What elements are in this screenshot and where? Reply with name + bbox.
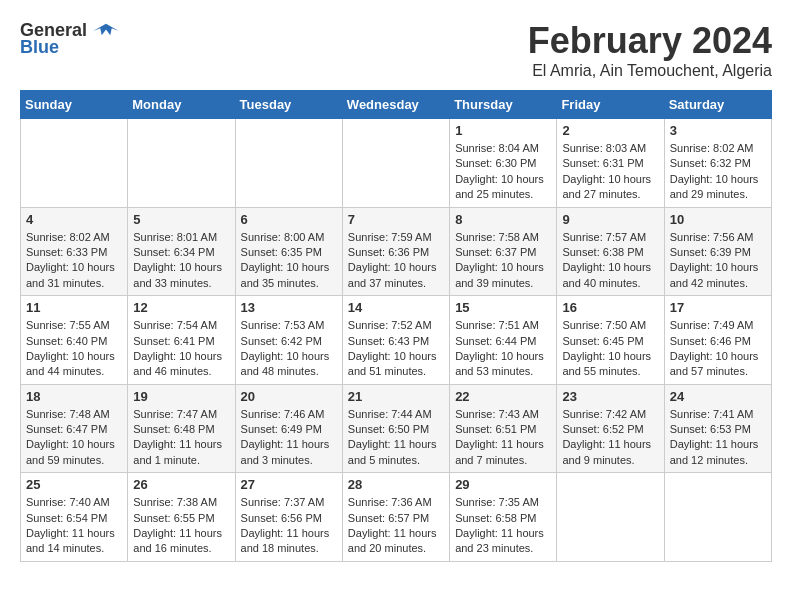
day-number: 3: [670, 123, 766, 138]
header-day-sunday: Sunday: [21, 91, 128, 119]
day-number: 5: [133, 212, 229, 227]
week-row-1: 1Sunrise: 8:04 AM Sunset: 6:30 PM Daylig…: [21, 119, 772, 208]
calendar-cell: 26Sunrise: 7:38 AM Sunset: 6:55 PM Dayli…: [128, 473, 235, 562]
location-subtitle: El Amria, Ain Temouchent, Algeria: [528, 62, 772, 80]
day-info: Sunrise: 8:02 AM Sunset: 6:33 PM Dayligh…: [26, 230, 122, 292]
calendar-cell: 19Sunrise: 7:47 AM Sunset: 6:48 PM Dayli…: [128, 384, 235, 473]
day-number: 23: [562, 389, 658, 404]
calendar-cell: 12Sunrise: 7:54 AM Sunset: 6:41 PM Dayli…: [128, 296, 235, 385]
day-info: Sunrise: 7:41 AM Sunset: 6:53 PM Dayligh…: [670, 407, 766, 469]
calendar-cell: 18Sunrise: 7:48 AM Sunset: 6:47 PM Dayli…: [21, 384, 128, 473]
calendar-cell: 27Sunrise: 7:37 AM Sunset: 6:56 PM Dayli…: [235, 473, 342, 562]
day-info: Sunrise: 7:59 AM Sunset: 6:36 PM Dayligh…: [348, 230, 444, 292]
calendar-cell: 24Sunrise: 7:41 AM Sunset: 6:53 PM Dayli…: [664, 384, 771, 473]
day-info: Sunrise: 7:54 AM Sunset: 6:41 PM Dayligh…: [133, 318, 229, 380]
calendar-cell: 29Sunrise: 7:35 AM Sunset: 6:58 PM Dayli…: [450, 473, 557, 562]
day-number: 8: [455, 212, 551, 227]
logo: General Blue: [20, 20, 121, 58]
calendar-cell: 21Sunrise: 7:44 AM Sunset: 6:50 PM Dayli…: [342, 384, 449, 473]
calendar-cell: 15Sunrise: 7:51 AM Sunset: 6:44 PM Dayli…: [450, 296, 557, 385]
day-number: 16: [562, 300, 658, 315]
calendar-cell: 13Sunrise: 7:53 AM Sunset: 6:42 PM Dayli…: [235, 296, 342, 385]
month-year-title: February 2024: [528, 20, 772, 62]
day-number: 13: [241, 300, 337, 315]
day-info: Sunrise: 8:02 AM Sunset: 6:32 PM Dayligh…: [670, 141, 766, 203]
day-info: Sunrise: 7:58 AM Sunset: 6:37 PM Dayligh…: [455, 230, 551, 292]
header-day-wednesday: Wednesday: [342, 91, 449, 119]
calendar-cell: [664, 473, 771, 562]
day-info: Sunrise: 8:03 AM Sunset: 6:31 PM Dayligh…: [562, 141, 658, 203]
calendar-cell: [342, 119, 449, 208]
day-number: 19: [133, 389, 229, 404]
day-number: 21: [348, 389, 444, 404]
header-day-thursday: Thursday: [450, 91, 557, 119]
calendar-cell: 9Sunrise: 7:57 AM Sunset: 6:38 PM Daylig…: [557, 207, 664, 296]
day-info: Sunrise: 7:49 AM Sunset: 6:46 PM Dayligh…: [670, 318, 766, 380]
day-info: Sunrise: 7:47 AM Sunset: 6:48 PM Dayligh…: [133, 407, 229, 469]
day-info: Sunrise: 7:48 AM Sunset: 6:47 PM Dayligh…: [26, 407, 122, 469]
day-info: Sunrise: 8:00 AM Sunset: 6:35 PM Dayligh…: [241, 230, 337, 292]
day-info: Sunrise: 7:50 AM Sunset: 6:45 PM Dayligh…: [562, 318, 658, 380]
calendar-cell: [21, 119, 128, 208]
day-number: 18: [26, 389, 122, 404]
day-number: 25: [26, 477, 122, 492]
header-day-saturday: Saturday: [664, 91, 771, 119]
calendar-cell: 25Sunrise: 7:40 AM Sunset: 6:54 PM Dayli…: [21, 473, 128, 562]
calendar-cell: 11Sunrise: 7:55 AM Sunset: 6:40 PM Dayli…: [21, 296, 128, 385]
logo-blue: Blue: [20, 37, 59, 58]
svg-marker-0: [93, 23, 119, 34]
day-info: Sunrise: 8:01 AM Sunset: 6:34 PM Dayligh…: [133, 230, 229, 292]
calendar-cell: 14Sunrise: 7:52 AM Sunset: 6:43 PM Dayli…: [342, 296, 449, 385]
week-row-2: 4Sunrise: 8:02 AM Sunset: 6:33 PM Daylig…: [21, 207, 772, 296]
calendar-cell: 2Sunrise: 8:03 AM Sunset: 6:31 PM Daylig…: [557, 119, 664, 208]
day-info: Sunrise: 7:40 AM Sunset: 6:54 PM Dayligh…: [26, 495, 122, 557]
logo-bird-icon: [91, 21, 121, 41]
day-number: 4: [26, 212, 122, 227]
day-info: Sunrise: 7:46 AM Sunset: 6:49 PM Dayligh…: [241, 407, 337, 469]
day-info: Sunrise: 7:42 AM Sunset: 6:52 PM Dayligh…: [562, 407, 658, 469]
day-number: 29: [455, 477, 551, 492]
week-row-3: 11Sunrise: 7:55 AM Sunset: 6:40 PM Dayli…: [21, 296, 772, 385]
day-number: 20: [241, 389, 337, 404]
day-number: 26: [133, 477, 229, 492]
day-number: 17: [670, 300, 766, 315]
day-number: 12: [133, 300, 229, 315]
calendar-cell: 17Sunrise: 7:49 AM Sunset: 6:46 PM Dayli…: [664, 296, 771, 385]
header-day-tuesday: Tuesday: [235, 91, 342, 119]
day-info: Sunrise: 7:51 AM Sunset: 6:44 PM Dayligh…: [455, 318, 551, 380]
day-number: 27: [241, 477, 337, 492]
day-number: 24: [670, 389, 766, 404]
day-number: 15: [455, 300, 551, 315]
calendar-cell: 23Sunrise: 7:42 AM Sunset: 6:52 PM Dayli…: [557, 384, 664, 473]
day-number: 7: [348, 212, 444, 227]
day-number: 2: [562, 123, 658, 138]
calendar-cell: 4Sunrise: 8:02 AM Sunset: 6:33 PM Daylig…: [21, 207, 128, 296]
calendar-cell: [128, 119, 235, 208]
week-row-4: 18Sunrise: 7:48 AM Sunset: 6:47 PM Dayli…: [21, 384, 772, 473]
calendar-cell: 6Sunrise: 8:00 AM Sunset: 6:35 PM Daylig…: [235, 207, 342, 296]
day-info: Sunrise: 7:36 AM Sunset: 6:57 PM Dayligh…: [348, 495, 444, 557]
calendar-cell: 28Sunrise: 7:36 AM Sunset: 6:57 PM Dayli…: [342, 473, 449, 562]
day-info: Sunrise: 8:04 AM Sunset: 6:30 PM Dayligh…: [455, 141, 551, 203]
day-number: 9: [562, 212, 658, 227]
day-info: Sunrise: 7:37 AM Sunset: 6:56 PM Dayligh…: [241, 495, 337, 557]
calendar-table: SundayMondayTuesdayWednesdayThursdayFrid…: [20, 90, 772, 562]
day-info: Sunrise: 7:55 AM Sunset: 6:40 PM Dayligh…: [26, 318, 122, 380]
day-number: 14: [348, 300, 444, 315]
day-number: 28: [348, 477, 444, 492]
day-info: Sunrise: 7:57 AM Sunset: 6:38 PM Dayligh…: [562, 230, 658, 292]
week-row-5: 25Sunrise: 7:40 AM Sunset: 6:54 PM Dayli…: [21, 473, 772, 562]
day-info: Sunrise: 7:44 AM Sunset: 6:50 PM Dayligh…: [348, 407, 444, 469]
calendar-cell: 1Sunrise: 8:04 AM Sunset: 6:30 PM Daylig…: [450, 119, 557, 208]
day-number: 22: [455, 389, 551, 404]
day-info: Sunrise: 7:53 AM Sunset: 6:42 PM Dayligh…: [241, 318, 337, 380]
day-number: 6: [241, 212, 337, 227]
header-day-friday: Friday: [557, 91, 664, 119]
header: General Blue February 2024 El Amria, Ain…: [20, 20, 772, 80]
day-info: Sunrise: 7:38 AM Sunset: 6:55 PM Dayligh…: [133, 495, 229, 557]
day-info: Sunrise: 7:56 AM Sunset: 6:39 PM Dayligh…: [670, 230, 766, 292]
calendar-cell: 10Sunrise: 7:56 AM Sunset: 6:39 PM Dayli…: [664, 207, 771, 296]
calendar-cell: 20Sunrise: 7:46 AM Sunset: 6:49 PM Dayli…: [235, 384, 342, 473]
header-day-monday: Monday: [128, 91, 235, 119]
header-row: SundayMondayTuesdayWednesdayThursdayFrid…: [21, 91, 772, 119]
